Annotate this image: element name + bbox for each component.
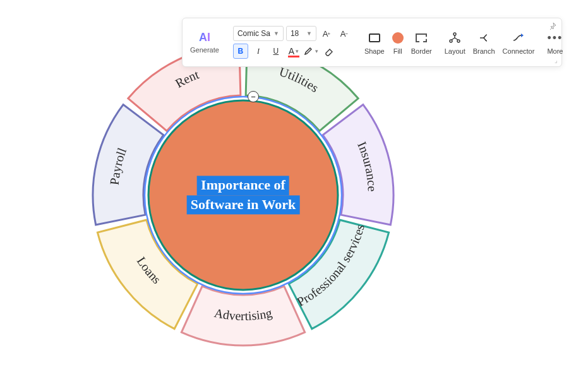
collapse-handle[interactable]: − (248, 91, 259, 102)
chevron-down-icon: ▾ (296, 48, 299, 54)
decrease-font-button[interactable]: A− (337, 26, 352, 41)
svg-point-1 (450, 40, 452, 42)
chevron-down-icon: ▼ (273, 30, 279, 37)
clear-formatting-button[interactable] (321, 44, 337, 59)
pin-icon (549, 22, 556, 30)
highlighter-icon (304, 46, 314, 56)
fill-button[interactable]: Fill (390, 22, 406, 63)
floating-toolbar: AI Generate Comic Sa ▼ 18 ▼ A+ A− B I U (182, 18, 562, 67)
pin-toolbar-button[interactable] (549, 22, 556, 32)
svg-point-2 (457, 40, 460, 42)
connector-button[interactable]: Connector (500, 22, 537, 63)
rectangle-icon (369, 33, 380, 42)
font-color-button[interactable]: A▾ (286, 44, 301, 59)
fill-circle-icon (392, 32, 404, 44)
font-family-value: Comic Sa (237, 29, 270, 38)
center-title[interactable]: Importance of Software in Work (187, 176, 300, 214)
connector-icon (512, 32, 525, 44)
more-icon: ••• (547, 30, 563, 46)
layout-icon (448, 32, 461, 44)
resize-corner-icon: ⌟ (555, 57, 558, 64)
minus-icon: − (251, 93, 256, 101)
font-size-value: 18 (291, 29, 299, 38)
chevron-down-icon: ▾ (315, 48, 318, 54)
italic-button[interactable]: I (251, 44, 266, 59)
border-icon (416, 33, 427, 42)
underline-button[interactable]: U (268, 44, 284, 59)
ai-label: Generate (190, 46, 219, 54)
chevron-down-icon: ▼ (306, 30, 312, 37)
center-title-line1: Importance of (197, 176, 289, 195)
branch-icon (477, 32, 490, 44)
layout-button[interactable]: Layout (442, 22, 468, 63)
border-button[interactable]: Border (409, 22, 435, 63)
font-family-select[interactable]: Comic Sa ▼ (233, 26, 284, 41)
increase-font-button[interactable]: A+ (319, 26, 334, 41)
center-title-line2: Software in Work (187, 195, 300, 215)
highlight-button[interactable]: ▾ (304, 44, 319, 59)
branch-button[interactable]: Branch (471, 22, 498, 63)
eraser-icon (324, 46, 334, 56)
font-size-select[interactable]: 18 ▼ (286, 26, 316, 41)
sunburst-diagram: Rent Utilities Insurance Professional se… (88, 40, 398, 350)
bold-button[interactable]: B (233, 44, 248, 59)
ai-generate-button[interactable]: AI Generate (186, 22, 223, 63)
shape-button[interactable]: Shape (362, 22, 387, 63)
ai-icon: AI (199, 31, 210, 44)
svg-point-0 (453, 33, 456, 35)
